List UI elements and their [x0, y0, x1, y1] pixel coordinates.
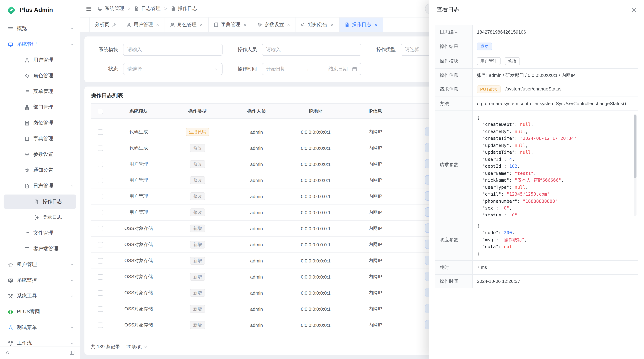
- range-separator: →: [286, 66, 328, 72]
- sidebar-item-operation-log[interactable]: 操作日志: [4, 195, 76, 209]
- breadcrumb-item[interactable]: 操作日志: [171, 5, 197, 12]
- close-icon[interactable]: [330, 23, 334, 27]
- cell-ip-address: 0:0:0:0:0:0:0:1: [286, 317, 346, 333]
- tab-param-settings[interactable]: 参数设置: [252, 17, 296, 32]
- sidebar-item-menu-management[interactable]: 菜单管理: [0, 84, 80, 99]
- hamburger-menu-icon[interactable]: [86, 5, 92, 12]
- sidebar-item-login-log[interactable]: 登录日志: [0, 210, 80, 225]
- row-checkbox[interactable]: [98, 274, 103, 280]
- app-root: Plus Admin 概览系统管理用户管理角色管理菜单管理部门管理岗位管理字典管…: [0, 0, 644, 359]
- operator-input[interactable]: 请输入: [262, 44, 361, 56]
- login-icon: [34, 215, 39, 220]
- sidebar-item-dept-management[interactable]: 部门管理: [0, 99, 80, 115]
- cell-operator: admin: [227, 124, 286, 140]
- scrollbar-track[interactable]: [634, 113, 636, 216]
- close-icon[interactable]: [199, 23, 203, 27]
- detail-row-request-params: 请求参数 { "createDept": null, "createBy": n…: [435, 110, 638, 219]
- column-header[interactable]: 操作类型: [168, 103, 227, 118]
- sidebar-item-workflow[interactable]: 工作流: [0, 336, 80, 346]
- request-params-code[interactable]: { "createDept": null, "createBy": null, …: [477, 114, 634, 215]
- detail-label: 操作时间: [435, 274, 472, 288]
- operation-type-tag: 修改: [190, 208, 205, 216]
- cell-ip-address: 0:0:0:0:0:0:0:1: [286, 204, 346, 220]
- row-checkbox[interactable]: [98, 258, 103, 264]
- detail-row-duration: 耗时 7 ms: [435, 261, 638, 274]
- row-checkbox[interactable]: [98, 178, 103, 183]
- row-checkbox[interactable]: [98, 323, 103, 328]
- sidebar-item-tenant-management[interactable]: 租户管理: [0, 257, 80, 273]
- sidebar-item-dict-management[interactable]: 字典管理: [0, 131, 80, 147]
- cell-ip-info: 内网IP: [346, 253, 405, 269]
- operation-type-tag: 新增: [190, 241, 205, 249]
- page-size-select[interactable]: 20条/页: [126, 344, 148, 350]
- tab-role-management[interactable]: 角色管理: [165, 17, 208, 32]
- sidebar-item-label: 日志管理: [33, 183, 67, 189]
- sidebar-item-role-management[interactable]: 角色管理: [0, 68, 80, 84]
- collapse-sidebar-icon[interactable]: [5, 350, 10, 356]
- sidebar-item-test-menu[interactable]: 测试菜单: [0, 320, 80, 336]
- filter-status: 状态 请选择: [93, 63, 222, 75]
- breadcrumb-item[interactable]: 系统管理: [98, 5, 124, 12]
- row-checkbox[interactable]: [98, 242, 103, 247]
- sidebar-item-notice[interactable]: 通知公告: [0, 162, 80, 178]
- tab-analysis[interactable]: 分析页: [90, 17, 121, 32]
- cell-operator: admin: [227, 172, 286, 188]
- column-header[interactable]: 系统模块: [110, 103, 168, 118]
- sidebar-item-client-management[interactable]: 客户端管理: [0, 241, 80, 257]
- sidebar-item-plus-website[interactable]: PLUS官网: [0, 304, 80, 320]
- tab-dict-management[interactable]: 字典管理: [208, 17, 252, 32]
- monitor-icon: [98, 6, 103, 11]
- close-icon[interactable]: [243, 23, 247, 27]
- operation-type-tag: 修改: [190, 192, 205, 200]
- log-id-value: 1842781986426159106: [472, 25, 638, 39]
- pin-icon[interactable]: [112, 23, 116, 27]
- sidebar-item-post-management[interactable]: 岗位管理: [0, 115, 80, 131]
- row-checkbox[interactable]: [98, 194, 103, 199]
- sidebar-item-system-management[interactable]: 系统管理: [0, 36, 80, 52]
- scrollbar-thumb[interactable]: [634, 115, 636, 178]
- filter-label: 状态: [93, 66, 118, 72]
- breadcrumb-item[interactable]: 日志管理: [134, 5, 161, 12]
- cell-ip-info: 内网IP: [346, 301, 405, 317]
- logo-icon: [6, 5, 16, 15]
- pin-sidebar-icon[interactable]: [70, 350, 75, 356]
- row-checkbox[interactable]: [98, 307, 103, 312]
- detail-label: 请求参数: [435, 110, 472, 219]
- tab-notice[interactable]: 通知公告: [296, 17, 339, 32]
- sidebar-item-user-management[interactable]: 用户管理: [0, 52, 80, 68]
- duration-value: 7 ms: [472, 261, 638, 274]
- row-checkbox[interactable]: [98, 226, 103, 231]
- row-checkbox[interactable]: [98, 146, 103, 151]
- row-checkbox[interactable]: [98, 210, 103, 215]
- filter-label: 操作人员: [232, 46, 257, 53]
- cell-system-module: 用户管理: [110, 172, 168, 188]
- column-header[interactable]: 操作人员: [227, 103, 286, 118]
- close-icon[interactable]: [374, 23, 378, 27]
- cell-ip-address: 0:0:0:0:0:0:0:1: [286, 140, 346, 156]
- sidebar-item-overview[interactable]: 概览: [0, 21, 80, 36]
- tab-operation-log[interactable]: 操作日志: [339, 17, 383, 32]
- sidebar-item-system-monitor[interactable]: 系统监控: [0, 273, 80, 288]
- sidebar-item-system-tools[interactable]: 系统工具: [0, 288, 80, 304]
- breadcrumb-label: 系统管理: [105, 5, 124, 12]
- row-checkbox[interactable]: [98, 290, 103, 296]
- close-icon[interactable]: [156, 23, 160, 27]
- row-checkbox[interactable]: [98, 162, 103, 167]
- sidebar-item-label: 部门管理: [33, 104, 74, 110]
- cell-system-module: 用户管理: [110, 188, 168, 204]
- row-checkbox[interactable]: [98, 129, 103, 135]
- sidebar-item-log-management[interactable]: 日志管理: [0, 178, 80, 194]
- sidebar-item-file-management[interactable]: 文件管理: [0, 225, 80, 241]
- operation-time-range-input[interactable]: 开始日期 → 结束日期: [262, 63, 361, 75]
- close-icon[interactable]: [631, 7, 637, 13]
- column-header[interactable]: IP地址: [286, 103, 346, 118]
- app-logo[interactable]: Plus Admin: [0, 0, 80, 20]
- select-all-checkbox[interactable]: [98, 108, 103, 114]
- status-select[interactable]: 请选择: [123, 63, 222, 75]
- system-module-input[interactable]: 请输入: [123, 44, 222, 56]
- column-header[interactable]: IP信息: [346, 103, 405, 118]
- sidebar-item-param-settings[interactable]: 参数设置: [0, 147, 80, 162]
- operation-type-tag: 新增: [190, 321, 205, 329]
- tab-user-management[interactable]: 用户管理: [121, 17, 165, 32]
- close-icon[interactable]: [286, 23, 290, 27]
